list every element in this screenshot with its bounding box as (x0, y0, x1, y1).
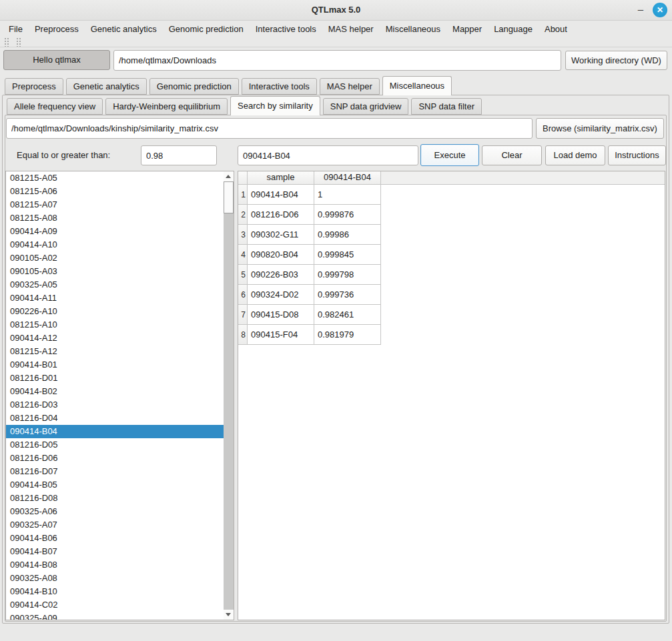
row-number-cell[interactable]: 4 (238, 245, 248, 265)
list-item[interactable]: 081215-A05 (6, 171, 224, 185)
value-cell[interactable]: 0.982461 (314, 305, 381, 325)
list-item[interactable]: 081216-D05 (6, 438, 224, 452)
value-cell[interactable]: 1 (314, 185, 381, 205)
list-item[interactable]: 090414-A12 (6, 332, 224, 345)
value-cell[interactable]: 0.999798 (314, 265, 381, 285)
instructions-button[interactable]: Instructions (608, 145, 666, 165)
primary-tab[interactable]: Genomic prediction (149, 78, 239, 95)
secondary-tab[interactable]: Allele frequency view (7, 98, 103, 115)
browse-button[interactable]: Browse (similarity_matrix.csv) (536, 118, 664, 139)
menu-item[interactable]: About (539, 21, 573, 37)
list-item[interactable]: 090414-B10 (6, 585, 224, 598)
primary-tab[interactable]: MAS helper (320, 78, 380, 95)
list-item[interactable]: 090226-A10 (6, 305, 224, 318)
list-item[interactable]: 090414-B08 (6, 558, 224, 572)
titlebar[interactable]: QTLmax 5.0 – ✕ (0, 0, 672, 21)
list-item[interactable]: 081215-A06 (6, 185, 224, 198)
value-cell[interactable]: 0.999736 (314, 285, 381, 305)
row-number-cell[interactable]: 5 (238, 265, 248, 285)
sample-cell[interactable]: 081216-D06 (248, 205, 314, 225)
menu-item[interactable]: File (3, 21, 29, 37)
list-item[interactable]: 081215-A08 (6, 211, 224, 225)
secondary-tab[interactable]: Hardy-Weinberg equilibrium (105, 98, 228, 115)
close-button[interactable]: ✕ (653, 3, 667, 17)
list-item[interactable]: 090414-B02 (6, 385, 224, 398)
column-header-sample[interactable]: sample (248, 171, 314, 184)
list-item[interactable]: 081215-A07 (6, 198, 224, 211)
menu-item[interactable]: MAS helper (322, 21, 380, 37)
query-sample-input[interactable] (238, 145, 418, 165)
value-cell[interactable]: 0.999845 (314, 245, 381, 265)
sample-cell[interactable]: 090414-B04 (248, 185, 314, 205)
list-item[interactable]: 090414-B04 (6, 425, 224, 438)
list-item[interactable]: 090414-B06 (6, 532, 224, 545)
secondary-tab[interactable]: Search by similarity (230, 96, 320, 115)
row-number-cell[interactable]: 8 (238, 325, 248, 345)
sample-cell[interactable]: 090820-B04 (248, 245, 314, 265)
list-item[interactable]: 090414-B01 (6, 358, 224, 372)
scrollbar-thumb[interactable] (224, 181, 234, 213)
list-item[interactable]: 090414-B07 (6, 545, 224, 558)
working-directory-input[interactable] (113, 50, 561, 71)
list-item[interactable]: 090414-C02 (6, 598, 224, 612)
row-number-cell[interactable]: 7 (238, 305, 248, 325)
menu-item[interactable]: Preprocess (29, 21, 85, 37)
list-item[interactable]: 081216-D04 (6, 412, 224, 425)
menu-item[interactable]: Interactive tools (250, 21, 322, 37)
menu-item[interactable]: Language (488, 21, 539, 37)
scrollbar-down-icon[interactable] (224, 610, 234, 620)
secondary-tab[interactable]: SNP data gridview (323, 98, 409, 115)
list-item[interactable]: 081216-D06 (6, 452, 224, 465)
sample-cell[interactable]: 090415-D08 (248, 305, 314, 325)
secondary-tab[interactable]: SNP data filter (411, 98, 482, 115)
column-header-query[interactable]: 090414-B04 (314, 171, 381, 184)
list-item[interactable]: 090414-A11 (6, 291, 224, 305)
list-item[interactable]: 081216-D08 (6, 492, 224, 505)
load-demo-button[interactable]: Load demo (545, 145, 605, 165)
sample-cell[interactable]: 090415-F04 (248, 325, 314, 345)
list-item[interactable]: 090325-A08 (6, 572, 224, 585)
list-item[interactable]: 081215-A12 (6, 345, 224, 358)
list-item[interactable]: 081215-A10 (6, 318, 224, 332)
list-item[interactable]: 090414-A09 (6, 225, 224, 238)
list-item[interactable]: 090414-B05 (6, 478, 224, 492)
list-item[interactable]: 090325-A05 (6, 278, 224, 291)
menu-item[interactable]: Genomic prediction (163, 21, 250, 37)
value-cell[interactable]: 0.999876 (314, 205, 381, 225)
primary-tab[interactable]: Interactive tools (242, 78, 317, 95)
working-directory-button[interactable]: Working directory (WD) (565, 51, 667, 70)
row-number-cell[interactable]: 1 (238, 185, 248, 205)
clear-button[interactable]: Clear (482, 145, 542, 165)
sample-cell[interactable]: 090226-B03 (248, 265, 314, 285)
menu-item[interactable]: Miscellaneous (380, 21, 446, 37)
row-number-cell[interactable]: 2 (238, 205, 248, 225)
list-item[interactable]: 090105-A03 (6, 265, 224, 278)
toolbar-grip-handle[interactable] (16, 37, 21, 47)
scrollbar-up-icon[interactable] (224, 171, 234, 181)
row-number-cell[interactable]: 3 (238, 225, 248, 245)
list-item[interactable]: 081216-D03 (6, 398, 224, 412)
value-cell[interactable]: 0.981979 (314, 325, 381, 345)
hello-user-button[interactable]: Hello qtlmax (3, 50, 110, 70)
similarity-file-input[interactable] (6, 118, 533, 139)
list-item[interactable]: 081216-D01 (6, 372, 224, 385)
list-scrollbar[interactable] (224, 171, 234, 620)
menu-item[interactable]: Genetic analytics (85, 21, 163, 37)
list-item[interactable]: 081216-D07 (6, 465, 224, 478)
list-item[interactable]: 090325-A07 (6, 518, 224, 532)
primary-tab[interactable]: Preprocess (5, 78, 63, 95)
toolbar-grip-handle[interactable] (4, 37, 9, 47)
list-item[interactable]: 090105-A02 (6, 251, 224, 265)
primary-tab[interactable]: Miscellaneous (382, 76, 452, 95)
primary-tab[interactable]: Genetic analytics (66, 78, 147, 95)
minimize-button[interactable]: – (633, 0, 648, 20)
menu-item[interactable]: Mapper (446, 21, 488, 37)
row-number-cell[interactable]: 6 (238, 285, 248, 305)
threshold-input[interactable] (141, 145, 217, 165)
list-item[interactable]: 090414-A10 (6, 238, 224, 251)
list-item[interactable]: 090325-A06 (6, 505, 224, 518)
value-cell[interactable]: 0.99986 (314, 225, 381, 245)
sample-cell[interactable]: 090324-D02 (248, 285, 314, 305)
sample-cell[interactable]: 090302-G11 (248, 225, 314, 245)
execute-button[interactable]: Execute (420, 144, 479, 166)
